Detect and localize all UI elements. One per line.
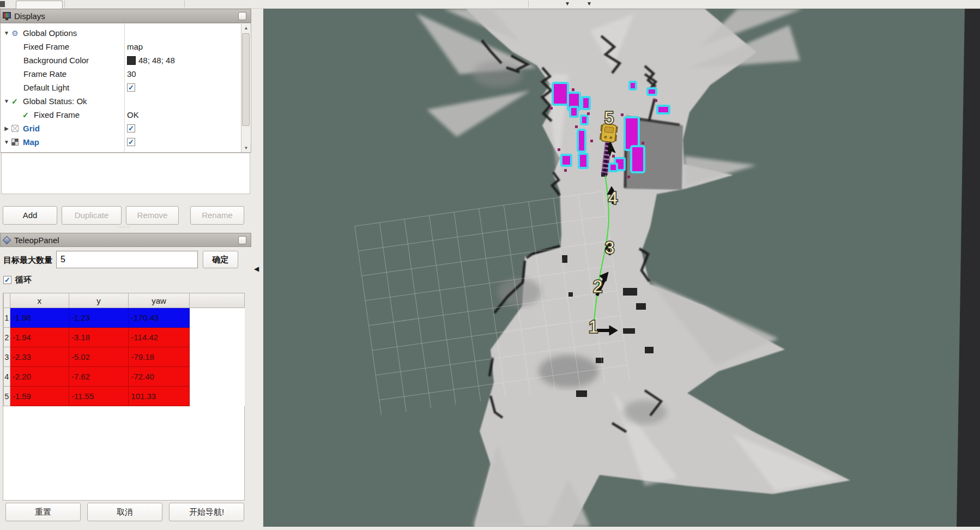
panel-collapse-icon[interactable]: ◀ <box>254 265 259 273</box>
tree-row-map-status-partial[interactable]: ▶ ✓ Status: Ok <box>1 149 251 153</box>
row-number: 5 <box>4 387 10 406</box>
map-enabled-checkbox[interactable]: ✓ <box>127 138 135 146</box>
tree-row-frame-rate[interactable]: Frame Rate 30 <box>1 67 251 81</box>
map-3d-viewport[interactable]: 1 2 3 4 5 <box>263 9 980 527</box>
window-bottom-strip <box>0 527 980 530</box>
grid-display-icon <box>11 125 19 132</box>
expander-closed-icon[interactable]: ▶ <box>3 125 10 131</box>
max-goals-input[interactable] <box>56 251 198 268</box>
cell-yaw[interactable]: -114.42 <box>129 328 189 347</box>
status-ok-icon: ✓ <box>22 111 32 119</box>
cell-x[interactable]: -1.59 <box>10 387 69 406</box>
tree-row-label: Fixed Frame <box>23 42 69 51</box>
background-color-value[interactable]: 48; 48; 48 <box>127 56 175 65</box>
cell-yaw[interactable]: -170.43 <box>129 308 189 328</box>
panel-splitter-handle[interactable]: ······ <box>117 226 134 228</box>
panel-float-button[interactable] <box>238 236 246 244</box>
cell-yaw[interactable]: -72.40 <box>129 367 189 387</box>
cell-y[interactable]: -3.18 <box>69 328 129 347</box>
table-row[interactable]: 3 -2.33 -5.02 -79.18 <box>4 347 245 367</box>
toolbar-separator <box>528 1 529 8</box>
waypoint-label: 3 <box>605 238 614 257</box>
default-light-checkbox[interactable]: ✓ <box>127 83 135 92</box>
fixed-frame-status-value: OK <box>127 110 139 119</box>
gear-icon: ⚙ <box>11 29 21 38</box>
rename-button[interactable]: Rename <box>190 206 244 225</box>
table-row[interactable]: 1 -1.98 -1.23 -170.43 <box>4 308 245 328</box>
color-swatch <box>127 56 136 65</box>
reset-button[interactable]: 重置 <box>5 503 81 521</box>
frame-rate-value[interactable]: 30 <box>127 69 136 79</box>
expander-open-icon[interactable]: ▼ <box>3 98 10 104</box>
tree-row-fixed-frame[interactable]: Fixed Frame map <box>1 40 251 53</box>
tree-row-label: Global Status: Ok <box>23 97 87 106</box>
row-number: 4 <box>4 367 10 387</box>
displays-tree: ▼ ⚙ Global Options Fixed Frame map Backg… <box>0 23 251 153</box>
toolbar-separator <box>64 1 65 8</box>
column-header-y[interactable]: y <box>69 293 129 308</box>
cell-x[interactable]: -1.98 <box>10 308 69 328</box>
tree-row-label: Global Options <box>23 28 77 38</box>
tree-row-background-color[interactable]: Background Color 48; 48; 48 <box>1 53 251 67</box>
map-display-icon <box>11 138 19 146</box>
cell-yaw[interactable]: -79.18 <box>129 347 189 367</box>
cell-x[interactable]: -2.33 <box>10 347 69 367</box>
table-header-row: x y yaw <box>4 293 245 308</box>
tree-row-label: Background Color <box>23 56 89 65</box>
tree-row-global-options[interactable]: ▼ ⚙ Global Options <box>1 26 251 40</box>
waypoint-label: 4 <box>608 189 618 208</box>
dropdown-arrow-icon[interactable]: ▼ <box>565 0 570 8</box>
start-navigation-button[interactable]: 开始导航! <box>169 503 244 521</box>
scroll-down-icon[interactable]: ▼ <box>241 144 251 153</box>
tree-row-label: Frame Rate <box>23 69 66 79</box>
cell-y[interactable]: -11.55 <box>69 387 129 406</box>
tree-row-global-status[interactable]: ▼ ✓ Global Status: Ok <box>1 94 251 108</box>
table-row[interactable]: 5 -1.59 -11.55 101.33 <box>4 387 245 406</box>
expander-open-icon[interactable]: ▼ <box>3 30 10 36</box>
top-toolbar: ▼ ▼ <box>0 0 980 9</box>
table-row[interactable]: 2 -1.94 -3.18 -114.42 <box>4 328 245 347</box>
duplicate-button[interactable]: Duplicate <box>62 206 122 225</box>
row-number: 2 <box>4 328 10 347</box>
cancel-button[interactable]: 取消 <box>87 503 162 521</box>
dropdown-arrow-icon[interactable]: ▼ <box>586 0 592 8</box>
tree-scrollbar[interactable]: ▲ ▼ <box>241 24 250 153</box>
cell-y[interactable]: -7.62 <box>69 367 129 387</box>
cell-yaw[interactable]: 101.33 <box>129 387 189 406</box>
grid-enabled-checkbox[interactable]: ✓ <box>127 124 135 132</box>
scrollbar-thumb[interactable] <box>242 33 250 126</box>
confirm-button[interactable]: 确定 <box>203 251 238 268</box>
robot-trail <box>604 138 609 175</box>
tree-row-label: Default Light <box>23 83 69 92</box>
tree-row-default-light[interactable]: Default Light ✓ <box>1 81 251 94</box>
panel-float-button[interactable] <box>238 12 246 20</box>
table-row[interactable]: 4 -2.20 -7.62 -72.40 <box>4 367 245 387</box>
column-header-yaw[interactable]: yaw <box>129 293 189 308</box>
waypoint-label: 5 <box>604 109 614 128</box>
row-number: 3 <box>4 347 10 367</box>
displays-icon <box>3 12 11 19</box>
cell-x[interactable]: -1.94 <box>10 328 69 347</box>
expander-open-icon[interactable]: ▼ <box>3 139 10 145</box>
remove-button[interactable]: Remove <box>126 206 179 225</box>
displays-panel-header[interactable]: Displays <box>0 9 251 23</box>
loop-checkbox[interactable]: ✓ <box>3 276 11 284</box>
tree-row-grid[interactable]: ▶ Grid ✓ <box>1 122 251 135</box>
teleop-panel-header[interactable]: TeleopPanel <box>0 233 251 247</box>
column-header-x[interactable]: x <box>10 293 69 308</box>
tree-row-label: Grid <box>23 124 40 133</box>
tree-row-map[interactable]: ▼ Map ✓ <box>1 135 251 149</box>
cell-y[interactable]: -1.23 <box>69 308 129 328</box>
fixed-frame-value[interactable]: map <box>127 42 143 51</box>
toolbar-separator <box>184 1 185 8</box>
column-header-spacer <box>189 293 244 308</box>
occupancy-grid-map: 1 2 3 4 5 <box>263 9 980 527</box>
cell-y[interactable]: -5.02 <box>69 347 129 367</box>
rviz-window: { "window": { "title": "RViz" }, "icons"… <box>0 0 980 530</box>
tree-row-fixed-frame-status[interactable]: ✓ Fixed Frame OK <box>1 108 251 122</box>
loop-checkbox-label: 循环 <box>15 275 32 285</box>
toolbar-tab[interactable] <box>16 1 63 9</box>
add-button[interactable]: Add <box>3 206 57 225</box>
scroll-up-icon[interactable]: ▲ <box>241 24 251 33</box>
cell-x[interactable]: -2.20 <box>10 367 69 387</box>
